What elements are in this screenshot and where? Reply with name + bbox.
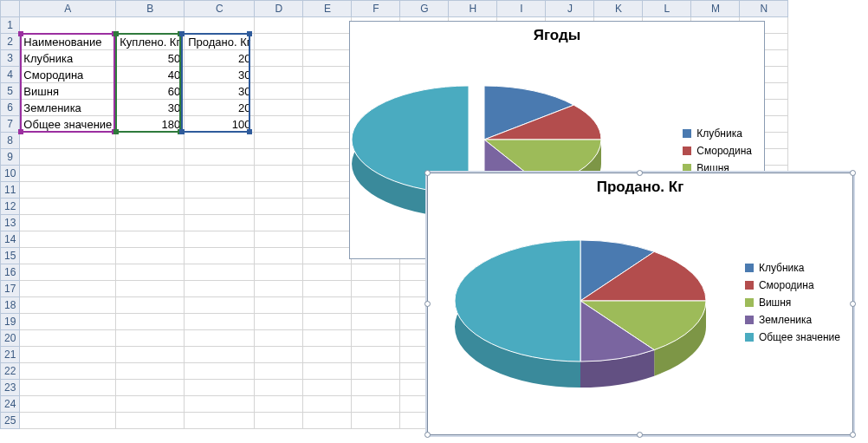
col-header-H[interactable]: H (449, 1, 497, 17)
col-header-M[interactable]: M (691, 1, 740, 17)
row-header[interactable]: 4 (1, 67, 20, 83)
col-header-N[interactable]: N (740, 1, 788, 17)
row-header[interactable]: 7 (1, 116, 20, 133)
chart-legend: Клубника Смородина Вишня (683, 122, 752, 179)
cell[interactable]: Наименование (20, 34, 116, 50)
cell[interactable]: 20 (185, 100, 255, 116)
col-header-G[interactable]: G (400, 1, 449, 17)
cell[interactable]: 50 (116, 50, 185, 67)
row-header[interactable]: 17 (1, 281, 20, 297)
col-header-L[interactable]: L (643, 1, 691, 17)
chart-sold[interactable]: Продано. Кг Клубника Смородина Вишня Зем… (427, 173, 853, 435)
legend-item: Смородина (745, 279, 840, 291)
row-header[interactable]: 3 (1, 50, 20, 67)
row-header[interactable]: 2 (1, 34, 20, 50)
legend-item: Вишня (745, 296, 840, 309)
cell[interactable]: Вишня (20, 83, 116, 100)
legend-item: Клубника (683, 127, 752, 140)
row-header[interactable]: 10 (1, 166, 20, 182)
row-header[interactable]: 24 (1, 396, 20, 413)
resize-handle-icon[interactable] (637, 170, 643, 176)
cell[interactable]: 20 (185, 50, 255, 67)
col-header-I[interactable]: I (497, 1, 546, 17)
legend-item: Общее значение (745, 331, 840, 343)
row-header[interactable]: 11 (1, 182, 20, 199)
row-header[interactable]: 21 (1, 347, 20, 363)
row-header[interactable]: 15 (1, 248, 20, 264)
cell[interactable]: Клубника (20, 50, 116, 67)
row-header[interactable]: 20 (1, 330, 20, 347)
row-header[interactable]: 9 (1, 149, 20, 166)
row-header[interactable]: 25 (1, 413, 20, 429)
cell[interactable]: 60 (116, 83, 185, 100)
cell[interactable]: Смородина (20, 67, 116, 83)
row-header[interactable]: 12 (1, 199, 20, 215)
col-header-A[interactable]: A (20, 1, 116, 17)
legend-swatch-icon (745, 316, 754, 324)
legend-swatch-icon (745, 281, 754, 290)
row-header[interactable]: 13 (1, 215, 20, 231)
chart-title: Продано. Кг (428, 179, 852, 196)
row-header[interactable]: 22 (1, 363, 20, 380)
cell[interactable]: Куплено. Кг (116, 34, 185, 50)
chart-title: Ягоды (350, 27, 764, 44)
resize-handle-icon[interactable] (424, 432, 431, 438)
resize-handle-icon[interactable] (850, 432, 856, 438)
cell[interactable]: 30 (185, 83, 255, 100)
legend-swatch-icon (683, 147, 691, 155)
row-header[interactable]: 23 (1, 380, 20, 396)
resize-handle-icon[interactable] (424, 170, 431, 176)
col-header-D[interactable]: D (255, 1, 303, 17)
row-header[interactable]: 18 (1, 297, 20, 314)
row-header[interactable]: 14 (1, 231, 20, 248)
legend-swatch-icon (745, 333, 754, 342)
cell[interactable]: 180 (116, 116, 185, 133)
cell[interactable]: Земленика (20, 100, 116, 116)
pie-chart-icon (433, 201, 728, 409)
legend-item: Земленика (745, 314, 840, 326)
col-header-K[interactable]: K (594, 1, 643, 17)
col-header-B[interactable]: B (116, 1, 185, 17)
resize-handle-icon[interactable] (850, 170, 856, 176)
legend-swatch-icon (745, 298, 754, 307)
legend-swatch-icon (745, 264, 754, 272)
select-all-corner[interactable] (1, 1, 20, 17)
row-header[interactable]: 16 (1, 264, 20, 281)
cell[interactable]: 100 (185, 116, 255, 133)
col-header-F[interactable]: F (352, 1, 400, 17)
legend-swatch-icon (683, 164, 691, 173)
resize-handle-icon[interactable] (637, 432, 643, 438)
legend-item: Смородина (683, 145, 752, 157)
row-header[interactable]: 1 (1, 17, 20, 34)
cell[interactable]: 30 (185, 67, 255, 83)
col-header-J[interactable]: J (546, 1, 594, 17)
row-header[interactable]: 6 (1, 100, 20, 116)
row-header[interactable]: 19 (1, 314, 20, 330)
col-header-C[interactable]: C (185, 1, 255, 17)
col-header-E[interactable]: E (303, 1, 352, 17)
row-header[interactable]: 5 (1, 83, 20, 100)
row-header[interactable]: 8 (1, 133, 20, 149)
legend-item: Клубника (745, 262, 840, 274)
cell[interactable]: 40 (116, 67, 185, 83)
cell[interactable]: 30 (116, 100, 185, 116)
cell[interactable]: Общее значение (20, 116, 116, 133)
chart-legend: Клубника Смородина Вишня Земленика Общее… (745, 257, 840, 349)
cell[interactable]: Продано. Кг (185, 34, 255, 50)
legend-swatch-icon (683, 129, 691, 138)
